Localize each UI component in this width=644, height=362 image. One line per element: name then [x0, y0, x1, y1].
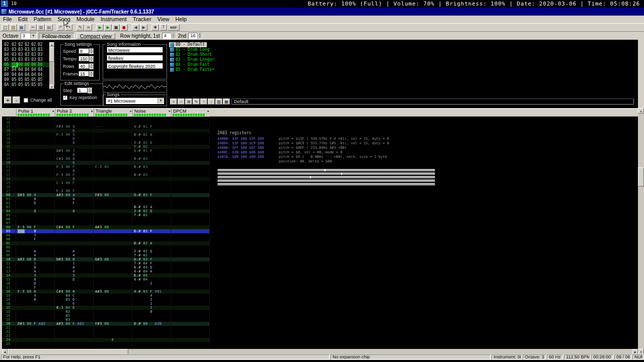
pattern-cell[interactable]: E	[55, 302, 94, 306]
pattern-cell[interactable]	[55, 245, 94, 249]
pattern-cell[interactable]: F#3 00	[94, 322, 132, 326]
pattern-cell[interactable]: 3	[55, 274, 94, 278]
frame-pattern-cell[interactable]: 04	[25, 67, 31, 72]
frame-row[interactable]: 060000000000	[3, 62, 49, 67]
instrument-item[interactable]: 03 - Drum Longer	[169, 57, 216, 62]
highlight-first-spinner[interactable]: 4 ▲▼	[162, 33, 176, 39]
frame-pattern-cell[interactable]: 05	[18, 77, 25, 82]
frame-pattern-cell[interactable]: 03	[25, 57, 31, 62]
pattern-cell[interactable]: 2	[132, 282, 171, 286]
pattern-row[interactable]: 05 7-# 02	[2, 213, 210, 217]
frame-row[interactable]: 080404040404	[3, 72, 49, 77]
pattern-cell[interactable]	[132, 286, 171, 290]
pattern-cell[interactable]	[94, 314, 132, 318]
pattern-cell[interactable]: 8	[55, 169, 94, 173]
copy-button[interactable]: ▥	[37, 24, 45, 31]
song-copyright-field[interactable]: Copyright flewkey 2020	[107, 63, 163, 69]
pattern-row[interactable]: 16	[2, 121, 210, 125]
pattern-row[interactable]: 17 F	[2, 286, 210, 290]
scroll-up-icon[interactable]: ▲	[638, 108, 644, 114]
pattern-cell[interactable]	[171, 318, 210, 322]
pattern-row[interactable]: 19 F-3 00 5 B-# 02 A	[2, 133, 210, 137]
pattern-cell[interactable]	[16, 121, 55, 125]
pattern-row[interactable]: 13 4 4 4-# 04 A	[2, 269, 210, 274]
pattern-cell[interactable]: 1	[55, 261, 94, 265]
frame-editor[interactable]: 0202020202020303030303030403030303030503…	[3, 42, 54, 89]
pattern-cell[interactable]	[55, 330, 94, 334]
paste-button[interactable]: ▤	[45, 24, 53, 31]
frame-pattern-cell[interactable]: 05	[25, 82, 31, 87]
pattern-row[interactable]: 20 8	[2, 161, 210, 165]
frame-pattern-cell[interactable]: 03	[12, 47, 18, 52]
pattern-cell[interactable]	[94, 209, 132, 213]
pattern-cell[interactable]	[16, 153, 55, 157]
pattern-cell[interactable]	[171, 145, 210, 149]
channel-header-noise[interactable]: Noise▸	[132, 109, 171, 117]
pattern-cell[interactable]	[16, 213, 55, 217]
pattern-cell[interactable]: 03	[55, 318, 94, 322]
frame-pattern-cell[interactable]: 05	[18, 82, 25, 87]
pattern-cell[interactable]	[132, 237, 171, 241]
settings-button[interactable]: ✱	[151, 24, 159, 31]
pattern-cell[interactable]	[171, 233, 210, 237]
menu-pattern[interactable]: Pattern	[31, 16, 54, 23]
pattern-cell[interactable]: B-# 03	[132, 173, 171, 177]
pattern-cell[interactable]	[171, 274, 210, 278]
pattern-cell[interactable]	[132, 233, 171, 237]
pattern-row[interactable]: 0D	[2, 245, 210, 249]
pattern-row[interactable]: 0E A A 2-# 02 D	[2, 249, 210, 253]
frame-pattern-cell[interactable]: 03	[25, 52, 31, 57]
pattern-cell[interactable]	[171, 129, 210, 133]
pattern-cell[interactable]	[94, 221, 132, 225]
frame-pattern-cell[interactable]: 02	[25, 42, 31, 47]
pattern-cell[interactable]	[171, 245, 210, 249]
pattern-cell[interactable]: F-3 00 0	[16, 290, 55, 294]
song-author-field[interactable]: flewkey	[107, 55, 163, 61]
pattern-cell[interactable]	[55, 229, 94, 233]
frame-pattern-cell[interactable]: 04	[12, 67, 18, 72]
pattern-cell[interactable]	[171, 278, 210, 282]
pattern-cell[interactable]	[94, 302, 132, 306]
pattern-cell[interactable]	[171, 257, 210, 261]
move-instrument-up-button[interactable]: ↑	[200, 99, 207, 105]
pattern-cell[interactable]	[171, 221, 210, 225]
pattern-row[interactable]: 27 F-3 00 F	[2, 189, 210, 193]
pattern-cell[interactable]	[94, 149, 132, 153]
pattern-cell[interactable]	[132, 225, 171, 229]
pattern-cell[interactable]	[94, 173, 132, 177]
scrollbar-thumb[interactable]	[49, 47, 54, 62]
pattern-cell[interactable]: --- 0	[16, 229, 55, 233]
pattern-cell[interactable]: A#3 00 F A02	[55, 322, 94, 326]
channel-header-triangle[interactable]: Triangle▸	[94, 109, 132, 117]
pattern-cell[interactable]: 6-# 01 F	[132, 229, 171, 233]
frame-pattern-cell[interactable]: 05	[12, 82, 18, 87]
frame-list-scrollbar[interactable]: ▲ ▼	[49, 42, 54, 89]
pattern-cell[interactable]	[171, 141, 210, 145]
pattern-cell[interactable]	[171, 209, 210, 213]
spinner-arrows[interactable]: ▲▼	[171, 33, 176, 39]
pattern-cell[interactable]: 04 C	[55, 294, 94, 298]
pattern-cell[interactable]: 8-# 00 A20	[132, 322, 171, 326]
pattern-cell[interactable]	[132, 189, 171, 193]
channel-expand-icon[interactable]: ▸	[130, 109, 132, 113]
pattern-cell[interactable]	[171, 265, 210, 269]
pattern-row[interactable]: 23 F-3 00 F B-# 03	[2, 173, 210, 177]
pattern-cell[interactable]	[171, 117, 210, 121]
pattern-cell[interactable]	[16, 314, 55, 318]
pattern-row[interactable]: 24 4	[2, 338, 210, 342]
frame-row[interactable]: 090505050505	[3, 77, 49, 82]
pattern-cell[interactable]	[16, 177, 55, 181]
pattern-row[interactable]: 1F C#3 00 B B-# 03	[2, 157, 210, 161]
pattern-row[interactable]: 16 D 2	[2, 282, 210, 286]
pattern-cell[interactable]: 4	[132, 294, 171, 298]
frame-pattern-cell[interactable]: 00	[31, 62, 38, 67]
speed-input[interactable]: 8	[78, 48, 89, 54]
pattern-row[interactable]: 24 8	[2, 177, 210, 181]
pattern-cell[interactable]: F-3 00 F	[55, 189, 94, 193]
menu-help[interactable]: Help	[172, 16, 190, 23]
pattern-cell[interactable]: 8	[55, 265, 94, 269]
pattern-cell[interactable]: 1	[16, 261, 55, 265]
pattern-cell[interactable]: F-3 00 F	[55, 173, 94, 177]
instrument-name-field[interactable]: Default	[231, 99, 634, 105]
pattern-cell[interactable]	[132, 217, 171, 221]
